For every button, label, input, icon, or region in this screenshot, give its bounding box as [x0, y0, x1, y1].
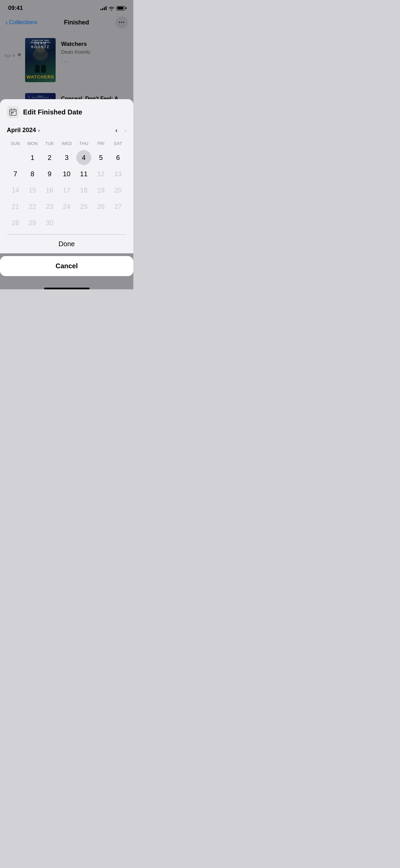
calendar-grid: 1 2 3 4 5 6 7 8 9 10 11 12 13 14 15 16 1…: [7, 150, 127, 230]
home-indicator: [44, 288, 90, 289]
cal-day-dimmed[interactable]: 17: [59, 183, 74, 198]
dow-tue: TUE: [41, 140, 58, 147]
cal-day-dimmed[interactable]: 16: [42, 183, 57, 198]
cal-day-dimmed[interactable]: 22: [25, 199, 40, 214]
svg-rect-8: [11, 112, 12, 113]
dow-sat: SAT: [110, 140, 127, 147]
bottom-sheet: Edit Finished Date April 2024 › ‹ › SUN …: [0, 99, 133, 289]
cal-day-dimmed[interactable]: 30: [42, 215, 57, 230]
dow-fri: FRI: [92, 140, 109, 147]
calendar-sheet: Edit Finished Date April 2024 › ‹ › SUN …: [0, 99, 133, 253]
svg-rect-9: [11, 113, 12, 114]
cal-day[interactable]: 7: [8, 166, 23, 181]
done-row: Done: [7, 234, 127, 253]
month-expand-icon: ›: [38, 127, 40, 133]
cal-day[interactable]: 3: [59, 150, 74, 165]
cal-day-dimmed[interactable]: 24: [59, 199, 74, 214]
prev-month-button[interactable]: ‹: [115, 126, 118, 134]
month-nav-arrows: ‹ ›: [115, 126, 127, 134]
cal-empty: [93, 215, 108, 230]
svg-rect-10: [12, 112, 14, 113]
cal-empty: [76, 215, 91, 230]
cal-day-dimmed[interactable]: 23: [42, 199, 57, 214]
cal-day[interactable]: 8: [25, 166, 40, 181]
dow-mon: MON: [24, 140, 41, 147]
calendar-icon: [7, 106, 19, 118]
cal-day-dimmed[interactable]: 26: [93, 199, 108, 214]
cal-day-dimmed[interactable]: 27: [111, 199, 126, 214]
cal-day[interactable]: 6: [111, 150, 126, 165]
cal-day-dimmed[interactable]: 12: [93, 166, 108, 181]
cal-day[interactable]: 11: [76, 166, 91, 181]
cal-day[interactable]: 9: [42, 166, 57, 181]
month-title[interactable]: April 2024 ›: [7, 127, 40, 134]
cal-day[interactable]: 2: [42, 150, 57, 165]
next-month-button[interactable]: ›: [124, 126, 127, 134]
cal-day-dimmed[interactable]: 18: [76, 183, 91, 198]
cal-day[interactable]: 10: [59, 166, 74, 181]
month-nav: April 2024 › ‹ ›: [7, 126, 127, 134]
cal-day-selected[interactable]: 4: [76, 150, 91, 165]
cal-empty: [59, 215, 74, 230]
calendar-header: Edit Finished Date: [7, 106, 127, 118]
cal-day-dimmed[interactable]: 21: [8, 199, 23, 214]
edit-finished-label: Edit Finished Date: [23, 108, 82, 116]
cal-day[interactable]: 5: [93, 150, 108, 165]
cal-day-dimmed[interactable]: 28: [8, 215, 23, 230]
days-of-week: SUN MON TUE WED THU FRI SAT: [7, 140, 127, 147]
cal-day-dimmed[interactable]: 29: [25, 215, 40, 230]
cal-day-dimmed[interactable]: 20: [111, 183, 126, 198]
cal-day-dimmed[interactable]: 19: [93, 183, 108, 198]
cal-day-dimmed[interactable]: 13: [111, 166, 126, 181]
dow-wed: WED: [58, 140, 75, 147]
cal-day-dimmed[interactable]: 15: [25, 183, 40, 198]
dow-sun: SUN: [7, 140, 24, 147]
cal-empty: [8, 150, 23, 165]
cal-empty: [111, 215, 126, 230]
cal-day-dimmed[interactable]: 25: [76, 199, 91, 214]
dow-thu: THU: [75, 140, 92, 147]
cal-day-dimmed[interactable]: 14: [8, 183, 23, 198]
done-button[interactable]: Done: [59, 240, 75, 248]
cal-day[interactable]: 1: [25, 150, 40, 165]
cancel-button[interactable]: Cancel: [56, 262, 78, 270]
cancel-sheet: Cancel: [0, 256, 133, 276]
month-label: April 2024: [7, 127, 36, 134]
